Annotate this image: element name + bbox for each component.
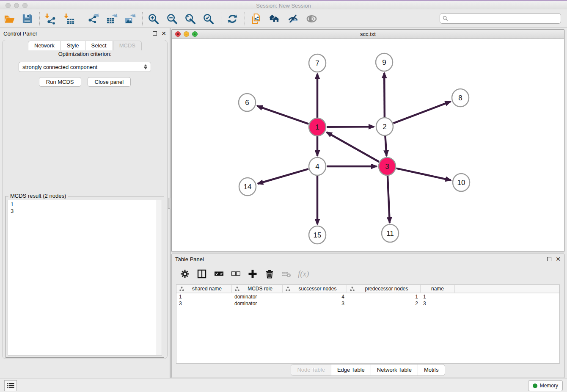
zoom-selected-button[interactable] <box>201 12 215 25</box>
criterion-select[interactable]: strongly connected component <box>19 62 151 72</box>
column-header-mcds-role[interactable]: MCDS role <box>232 285 283 293</box>
checked-boxes-icon <box>214 269 223 279</box>
float-table-panel-icon[interactable] <box>547 257 551 261</box>
column-header-predecessor-nodes[interactable]: predecessor nodes <box>347 285 421 293</box>
hide-selected-button[interactable] <box>286 12 300 25</box>
export-image-button[interactable] <box>123 12 137 25</box>
graph-edge-3-10[interactable] <box>396 168 451 180</box>
export-table-icon <box>106 13 118 25</box>
show-all-button[interactable] <box>305 12 318 25</box>
zoom-out-button[interactable] <box>165 12 179 25</box>
table-cell[interactable]: 3 <box>176 301 232 306</box>
window-titlebar: Session: New Session <box>0 0 567 9</box>
splitter-handle[interactable] <box>168 198 171 209</box>
close-network-button[interactable]: ✕ <box>175 31 181 37</box>
split-columns-icon <box>197 269 206 279</box>
graph-edge-3-1[interactable] <box>327 132 379 162</box>
create-column-button[interactable] <box>247 268 258 279</box>
minimize-network-button[interactable]: – <box>184 31 189 37</box>
close-table-panel-icon[interactable]: ✕ <box>556 257 561 261</box>
maximize-network-button[interactable]: + <box>192 31 198 37</box>
column-header-shared-name[interactable]: shared name <box>176 285 232 293</box>
task-history-button[interactable] <box>4 380 17 391</box>
table-cell[interactable]: dominator <box>232 294 283 300</box>
search-box[interactable] <box>440 13 561 24</box>
graph-edge-2-9[interactable] <box>384 73 385 117</box>
show-column-panel-button[interactable] <box>196 268 207 279</box>
node-table: shared name MCDS role <box>176 284 560 364</box>
gear-icon <box>180 269 190 279</box>
column-header-successor-nodes[interactable]: successor nodes <box>283 285 347 293</box>
tab-edge-table[interactable]: Edge Table <box>331 364 371 375</box>
table-cell[interactable]: 3 <box>283 301 347 306</box>
zoom-in-button[interactable] <box>146 12 160 25</box>
tab-network[interactable]: Network <box>28 41 61 50</box>
table-row[interactable]: 1dominator411 <box>176 293 559 300</box>
tab-select[interactable]: Select <box>85 41 113 50</box>
graph-node-label-8: 8 <box>458 94 462 102</box>
graph-edge-1-6[interactable] <box>257 106 309 124</box>
graph-node-label-1: 1 <box>315 123 319 131</box>
duplicate-network-button[interactable] <box>249 12 262 25</box>
close-panel-button[interactable]: Close panel <box>88 77 131 87</box>
table-row[interactable]: 3dominator323 <box>176 300 559 307</box>
graph-node-label-11: 11 <box>386 229 394 237</box>
home-view-button[interactable] <box>267 12 281 25</box>
import-table-button[interactable] <box>62 12 76 25</box>
tab-mcds[interactable]: MCDS <box>113 41 142 50</box>
mcds-result-title: MCDS result (2 nodes) <box>8 193 68 199</box>
mcds-tab-content: Optimization criterion: strongly connect… <box>2 40 168 359</box>
toolbar-separator <box>39 12 40 25</box>
graph-edge-1-2[interactable] <box>327 127 374 127</box>
table-cell[interactable]: dominator <box>232 301 283 306</box>
table-cell[interactable]: 4 <box>283 294 347 300</box>
mcds-result-line: 1 <box>11 201 162 208</box>
table-cell[interactable]: 2 <box>347 301 421 306</box>
main-area: Control Panel ✕ Network Style Select MCD… <box>0 28 567 378</box>
graph-node-label-2: 2 <box>383 123 386 131</box>
zoom-in-icon <box>148 13 159 25</box>
graph-edge-2-3[interactable] <box>385 136 386 156</box>
float-panel-icon[interactable] <box>153 31 157 36</box>
tab-network-table[interactable]: Network Table <box>371 364 418 375</box>
search-input[interactable] <box>448 14 561 23</box>
graph-node-label-10: 10 <box>457 179 465 187</box>
result-scrollbar[interactable] <box>157 200 162 355</box>
zoom-fit-button[interactable] <box>183 12 197 25</box>
graph-node-label-3: 3 <box>385 163 389 171</box>
plus-icon <box>248 269 257 279</box>
network-window-titlebar[interactable]: ✕ – + scc.txt <box>172 30 564 39</box>
table-cell[interactable]: 1 <box>176 294 232 300</box>
table-cell[interactable]: 1 <box>347 294 421 300</box>
table-tabs: Node Table Edge Table Network Table Moti… <box>172 364 564 376</box>
tab-motifs[interactable]: Motifs <box>418 364 445 375</box>
save-session-button[interactable] <box>20 12 34 25</box>
refresh-button[interactable] <box>226 12 239 25</box>
table-cell[interactable]: 3 <box>421 301 455 306</box>
unselect-all-columns-button[interactable] <box>230 268 241 279</box>
control-panel-tabs: Network Style Select MCDS <box>0 41 170 50</box>
open-file-button[interactable] <box>3 12 16 25</box>
graph-edge-4-14[interactable] <box>258 169 308 184</box>
network-canvas[interactable]: 7968124314101511 <box>172 39 564 251</box>
memory-label: Memory <box>540 383 558 389</box>
table-settings-button[interactable] <box>179 268 190 279</box>
export-network-button[interactable] <box>86 12 100 25</box>
graph-edge-3-11[interactable] <box>388 176 390 223</box>
tab-style[interactable]: Style <box>61 41 85 50</box>
delete-column-button[interactable] <box>264 268 275 279</box>
export-table-button[interactable] <box>105 12 118 25</box>
graph-node-label-15: 15 <box>314 231 322 239</box>
column-type-icon <box>235 287 239 291</box>
import-network-button[interactable] <box>43 12 57 25</box>
memory-button[interactable]: Memory <box>528 380 563 391</box>
tab-node-table[interactable]: Node Table <box>291 364 331 375</box>
graph-edge-2-8[interactable] <box>394 102 451 123</box>
network-window: ✕ – + scc.txt 7968124314101511 <box>171 29 564 252</box>
select-all-columns-button[interactable] <box>213 268 224 279</box>
mcds-result-list[interactable]: 1 3 <box>8 200 162 356</box>
close-panel-icon[interactable]: ✕ <box>161 31 166 36</box>
run-mcds-button[interactable]: Run MCDS <box>39 77 81 87</box>
table-cell[interactable]: 1 <box>421 294 455 300</box>
column-header-name[interactable]: name <box>421 285 455 293</box>
